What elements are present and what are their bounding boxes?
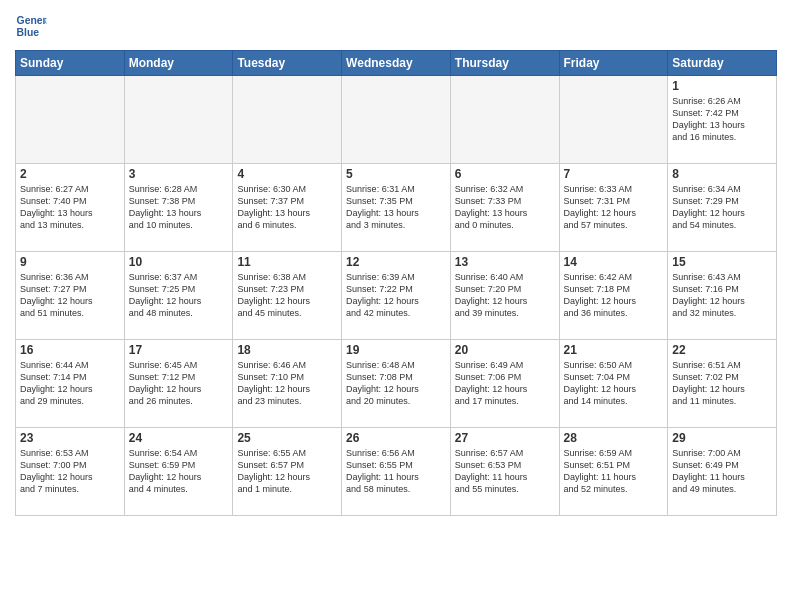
calendar-cell: 26Sunrise: 6:56 AM Sunset: 6:55 PM Dayli… [342,428,451,516]
calendar-cell: 24Sunrise: 6:54 AM Sunset: 6:59 PM Dayli… [124,428,233,516]
day-number: 8 [672,167,772,181]
day-number: 11 [237,255,337,269]
day-info: Sunrise: 6:59 AM Sunset: 6:51 PM Dayligh… [564,447,664,496]
calendar-cell: 25Sunrise: 6:55 AM Sunset: 6:57 PM Dayli… [233,428,342,516]
day-info: Sunrise: 6:33 AM Sunset: 7:31 PM Dayligh… [564,183,664,232]
day-number: 5 [346,167,446,181]
day-number: 12 [346,255,446,269]
calendar-cell: 21Sunrise: 6:50 AM Sunset: 7:04 PM Dayli… [559,340,668,428]
day-info: Sunrise: 6:46 AM Sunset: 7:10 PM Dayligh… [237,359,337,408]
day-info: Sunrise: 6:40 AM Sunset: 7:20 PM Dayligh… [455,271,555,320]
day-info: Sunrise: 6:37 AM Sunset: 7:25 PM Dayligh… [129,271,229,320]
day-info: Sunrise: 6:57 AM Sunset: 6:53 PM Dayligh… [455,447,555,496]
calendar-cell: 29Sunrise: 7:00 AM Sunset: 6:49 PM Dayli… [668,428,777,516]
day-info: Sunrise: 6:31 AM Sunset: 7:35 PM Dayligh… [346,183,446,232]
day-info: Sunrise: 6:43 AM Sunset: 7:16 PM Dayligh… [672,271,772,320]
page-header: General Blue [15,10,777,42]
day-info: Sunrise: 6:34 AM Sunset: 7:29 PM Dayligh… [672,183,772,232]
day-number: 20 [455,343,555,357]
main-container: General Blue SundayMondayTuesdayWednesda… [0,0,792,521]
day-number: 10 [129,255,229,269]
day-info: Sunrise: 6:55 AM Sunset: 6:57 PM Dayligh… [237,447,337,496]
day-number: 6 [455,167,555,181]
calendar-cell: 22Sunrise: 6:51 AM Sunset: 7:02 PM Dayli… [668,340,777,428]
day-number: 1 [672,79,772,93]
weekday-header-monday: Monday [124,51,233,76]
day-info: Sunrise: 6:54 AM Sunset: 6:59 PM Dayligh… [129,447,229,496]
day-info: Sunrise: 6:32 AM Sunset: 7:33 PM Dayligh… [455,183,555,232]
calendar-cell: 16Sunrise: 6:44 AM Sunset: 7:14 PM Dayli… [16,340,125,428]
day-info: Sunrise: 6:53 AM Sunset: 7:00 PM Dayligh… [20,447,120,496]
weekday-header-tuesday: Tuesday [233,51,342,76]
day-number: 28 [564,431,664,445]
weekday-header-friday: Friday [559,51,668,76]
day-number: 4 [237,167,337,181]
calendar-cell: 7Sunrise: 6:33 AM Sunset: 7:31 PM Daylig… [559,164,668,252]
day-number: 17 [129,343,229,357]
day-number: 13 [455,255,555,269]
day-info: Sunrise: 6:30 AM Sunset: 7:37 PM Dayligh… [237,183,337,232]
day-info: Sunrise: 6:45 AM Sunset: 7:12 PM Dayligh… [129,359,229,408]
day-number: 7 [564,167,664,181]
day-info: Sunrise: 6:39 AM Sunset: 7:22 PM Dayligh… [346,271,446,320]
day-info: Sunrise: 6:36 AM Sunset: 7:27 PM Dayligh… [20,271,120,320]
calendar-cell [559,76,668,164]
calendar-cell [450,76,559,164]
calendar-cell: 2Sunrise: 6:27 AM Sunset: 7:40 PM Daylig… [16,164,125,252]
day-number: 14 [564,255,664,269]
calendar-cell: 23Sunrise: 6:53 AM Sunset: 7:00 PM Dayli… [16,428,125,516]
calendar-cell: 19Sunrise: 6:48 AM Sunset: 7:08 PM Dayli… [342,340,451,428]
day-number: 21 [564,343,664,357]
calendar-cell [16,76,125,164]
day-number: 23 [20,431,120,445]
day-number: 27 [455,431,555,445]
day-info: Sunrise: 6:42 AM Sunset: 7:18 PM Dayligh… [564,271,664,320]
weekday-header-thursday: Thursday [450,51,559,76]
calendar-cell: 3Sunrise: 6:28 AM Sunset: 7:38 PM Daylig… [124,164,233,252]
calendar-cell: 6Sunrise: 6:32 AM Sunset: 7:33 PM Daylig… [450,164,559,252]
day-info: Sunrise: 6:50 AM Sunset: 7:04 PM Dayligh… [564,359,664,408]
day-info: Sunrise: 7:00 AM Sunset: 6:49 PM Dayligh… [672,447,772,496]
day-info: Sunrise: 6:44 AM Sunset: 7:14 PM Dayligh… [20,359,120,408]
calendar-cell: 15Sunrise: 6:43 AM Sunset: 7:16 PM Dayli… [668,252,777,340]
day-info: Sunrise: 6:49 AM Sunset: 7:06 PM Dayligh… [455,359,555,408]
calendar-cell: 14Sunrise: 6:42 AM Sunset: 7:18 PM Dayli… [559,252,668,340]
calendar-cell: 12Sunrise: 6:39 AM Sunset: 7:22 PM Dayli… [342,252,451,340]
day-number: 24 [129,431,229,445]
calendar-cell: 17Sunrise: 6:45 AM Sunset: 7:12 PM Dayli… [124,340,233,428]
day-number: 18 [237,343,337,357]
calendar-cell: 13Sunrise: 6:40 AM Sunset: 7:20 PM Dayli… [450,252,559,340]
day-info: Sunrise: 6:27 AM Sunset: 7:40 PM Dayligh… [20,183,120,232]
calendar-cell [342,76,451,164]
logo: General Blue [15,10,47,42]
day-info: Sunrise: 6:26 AM Sunset: 7:42 PM Dayligh… [672,95,772,144]
day-info: Sunrise: 6:51 AM Sunset: 7:02 PM Dayligh… [672,359,772,408]
day-info: Sunrise: 6:56 AM Sunset: 6:55 PM Dayligh… [346,447,446,496]
day-number: 25 [237,431,337,445]
calendar-cell: 11Sunrise: 6:38 AM Sunset: 7:23 PM Dayli… [233,252,342,340]
day-info: Sunrise: 6:48 AM Sunset: 7:08 PM Dayligh… [346,359,446,408]
calendar-cell [124,76,233,164]
general-blue-logo-icon: General Blue [15,10,47,42]
calendar-cell: 20Sunrise: 6:49 AM Sunset: 7:06 PM Dayli… [450,340,559,428]
weekday-header-saturday: Saturday [668,51,777,76]
day-number: 26 [346,431,446,445]
day-info: Sunrise: 6:28 AM Sunset: 7:38 PM Dayligh… [129,183,229,232]
svg-text:Blue: Blue [17,27,40,38]
calendar-cell: 1Sunrise: 6:26 AM Sunset: 7:42 PM Daylig… [668,76,777,164]
svg-text:General: General [17,15,47,26]
weekday-header-wednesday: Wednesday [342,51,451,76]
calendar-cell: 18Sunrise: 6:46 AM Sunset: 7:10 PM Dayli… [233,340,342,428]
calendar-cell: 10Sunrise: 6:37 AM Sunset: 7:25 PM Dayli… [124,252,233,340]
day-number: 29 [672,431,772,445]
day-number: 15 [672,255,772,269]
calendar-cell: 28Sunrise: 6:59 AM Sunset: 6:51 PM Dayli… [559,428,668,516]
calendar-cell: 4Sunrise: 6:30 AM Sunset: 7:37 PM Daylig… [233,164,342,252]
calendar-table: SundayMondayTuesdayWednesdayThursdayFrid… [15,50,777,516]
weekday-header-sunday: Sunday [16,51,125,76]
day-number: 9 [20,255,120,269]
calendar-cell: 27Sunrise: 6:57 AM Sunset: 6:53 PM Dayli… [450,428,559,516]
day-number: 2 [20,167,120,181]
calendar-cell: 9Sunrise: 6:36 AM Sunset: 7:27 PM Daylig… [16,252,125,340]
calendar-cell: 8Sunrise: 6:34 AM Sunset: 7:29 PM Daylig… [668,164,777,252]
